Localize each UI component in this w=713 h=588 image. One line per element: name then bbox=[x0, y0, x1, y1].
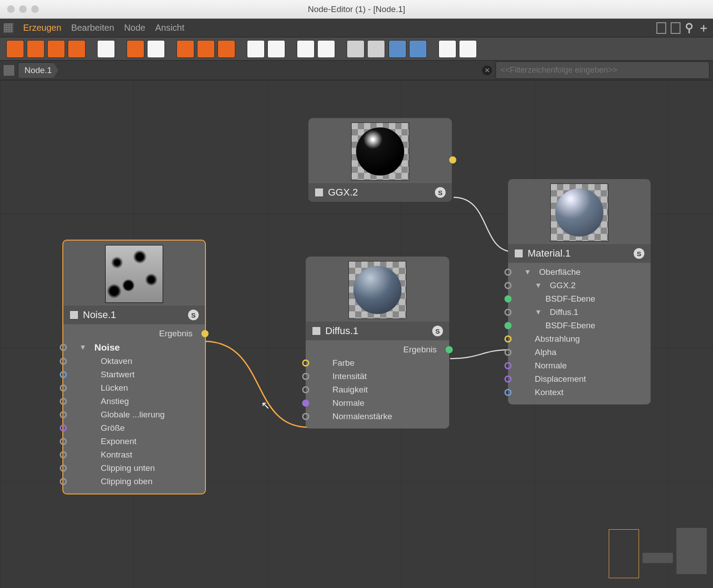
input-port[interactable] bbox=[504, 389, 512, 396]
grid-icon[interactable] bbox=[4, 23, 13, 33]
tool-button-7[interactable] bbox=[147, 40, 165, 58]
tool-button-8[interactable] bbox=[176, 40, 194, 58]
tool-button-10[interactable] bbox=[217, 40, 235, 58]
breadcrumb-node[interactable]: Node.1 bbox=[18, 62, 58, 78]
input-port[interactable] bbox=[60, 465, 67, 472]
layer-sub-row: BSDF-Ebene bbox=[508, 292, 651, 306]
tool-button-16[interactable] bbox=[367, 40, 385, 58]
input-port[interactable] bbox=[504, 362, 512, 369]
node-body: Ergebnis ▼ Noise Oktaven Startwert Lücke… bbox=[63, 324, 205, 494]
solo-badge[interactable]: S bbox=[432, 326, 443, 336]
solo-badge[interactable]: S bbox=[634, 248, 644, 259]
tool-button-4[interactable] bbox=[68, 40, 86, 58]
tool-button-17[interactable] bbox=[389, 40, 406, 58]
tool-button-2[interactable] bbox=[27, 40, 45, 58]
input-port[interactable] bbox=[60, 438, 67, 445]
home-icon[interactable] bbox=[4, 65, 14, 76]
window-controls[interactable] bbox=[0, 5, 39, 13]
group-label: Noise bbox=[94, 342, 120, 353]
output-port[interactable] bbox=[446, 346, 453, 353]
tool-button-12[interactable] bbox=[267, 40, 285, 58]
panel-right-icon[interactable] bbox=[671, 22, 680, 34]
input-port[interactable] bbox=[302, 373, 309, 380]
input-port[interactable] bbox=[60, 411, 67, 418]
menu-bearbeiten[interactable]: Bearbeiten bbox=[71, 23, 115, 33]
chevron-down-icon[interactable]: ▼ bbox=[79, 343, 86, 351]
node-canvas[interactable]: GGX.2 S Diffus.1 S Ergebnis Farbe bbox=[0, 80, 713, 588]
chevron-down-icon[interactable]: ▼ bbox=[524, 268, 531, 276]
tool-button-19[interactable] bbox=[438, 40, 456, 58]
output-port[interactable] bbox=[449, 156, 456, 163]
node-material[interactable]: Material.1 S ▼ Oberfläche ▼ GGX.2 BSDF-E… bbox=[508, 179, 651, 404]
input-port[interactable] bbox=[504, 349, 512, 356]
input-label: Normale bbox=[535, 361, 567, 371]
add-icon[interactable]: ＋ bbox=[698, 20, 709, 36]
group-row: ▼ Noise bbox=[63, 340, 205, 355]
input-port[interactable] bbox=[504, 335, 512, 343]
input-port[interactable] bbox=[60, 371, 67, 378]
chevron-down-icon[interactable]: ▼ bbox=[535, 308, 542, 316]
input-port[interactable] bbox=[302, 400, 309, 407]
input-label: Normale bbox=[332, 398, 365, 408]
tool-button-11[interactable] bbox=[247, 40, 265, 58]
group-label: Oberfläche bbox=[539, 267, 581, 277]
input-port[interactable] bbox=[504, 309, 512, 316]
node-title-label: Material.1 bbox=[528, 248, 629, 259]
input-port[interactable] bbox=[302, 413, 309, 420]
menu-ansicht[interactable]: Ansicht bbox=[155, 23, 184, 33]
input-port[interactable] bbox=[504, 269, 512, 276]
node-title-row: GGX.2 S bbox=[308, 183, 452, 202]
tool-button-1[interactable] bbox=[6, 40, 24, 58]
tool-button-9[interactable] bbox=[197, 40, 215, 58]
node-ggx[interactable]: GGX.2 S bbox=[308, 118, 452, 202]
input-port[interactable] bbox=[504, 295, 512, 302]
input-label: Anstieg bbox=[101, 396, 129, 406]
tool-button-6[interactable] bbox=[127, 40, 144, 58]
tool-button-14[interactable] bbox=[317, 40, 335, 58]
input-row: Exponent bbox=[63, 435, 205, 448]
output-port[interactable] bbox=[201, 330, 209, 337]
input-port[interactable] bbox=[302, 386, 309, 393]
input-label: Farbe bbox=[332, 358, 355, 368]
filter-input[interactable] bbox=[496, 61, 709, 79]
menu-node[interactable]: Node bbox=[124, 23, 145, 33]
node-diffus[interactable]: Diffus.1 S Ergebnis Farbe Intensität Rau bbox=[306, 257, 449, 429]
input-label: Clipping unten bbox=[101, 463, 155, 473]
zoom-window-icon[interactable] bbox=[31, 5, 39, 13]
tool-button-15[interactable] bbox=[347, 40, 365, 58]
input-port[interactable] bbox=[60, 451, 67, 458]
tool-button-13[interactable] bbox=[297, 40, 315, 58]
clear-filter-button[interactable]: ✕ bbox=[482, 65, 492, 75]
node-preview bbox=[308, 118, 452, 183]
input-port[interactable] bbox=[60, 358, 67, 365]
input-port[interactable] bbox=[60, 384, 67, 392]
input-port[interactable] bbox=[504, 376, 512, 383]
input-row: Farbe bbox=[306, 356, 449, 370]
input-row: Alpha bbox=[508, 346, 651, 359]
tool-button-18[interactable] bbox=[409, 40, 427, 58]
minimize-window-icon[interactable] bbox=[19, 5, 27, 13]
input-port[interactable] bbox=[60, 398, 67, 405]
input-port[interactable] bbox=[504, 282, 512, 289]
minimap[interactable] bbox=[609, 524, 707, 582]
chevron-down-icon[interactable]: ▼ bbox=[535, 282, 542, 290]
input-port[interactable] bbox=[60, 425, 67, 432]
panel-left-icon[interactable] bbox=[656, 22, 666, 34]
input-port[interactable] bbox=[302, 359, 309, 367]
tool-button-5[interactable] bbox=[97, 40, 115, 58]
layer-label: GGX.2 bbox=[550, 281, 576, 290]
input-row: Abstrahlung bbox=[508, 332, 651, 346]
input-port[interactable] bbox=[504, 322, 512, 329]
input-port[interactable] bbox=[60, 478, 67, 485]
solo-badge[interactable]: S bbox=[435, 187, 446, 198]
menu-erzeugen[interactable]: Erzeugen bbox=[23, 23, 61, 33]
input-label: Intensität bbox=[332, 372, 367, 381]
node-noise[interactable]: Noise.1 S Ergebnis ▼ Noise Oktaven Start… bbox=[62, 240, 206, 494]
tool-button-3[interactable] bbox=[47, 40, 65, 58]
input-port[interactable] bbox=[60, 344, 67, 351]
toolbar bbox=[0, 37, 713, 61]
solo-badge[interactable]: S bbox=[188, 310, 199, 320]
tool-button-20[interactable] bbox=[459, 40, 477, 58]
lock-icon[interactable]: ⚲ bbox=[685, 21, 693, 35]
close-window-icon[interactable] bbox=[7, 5, 15, 13]
